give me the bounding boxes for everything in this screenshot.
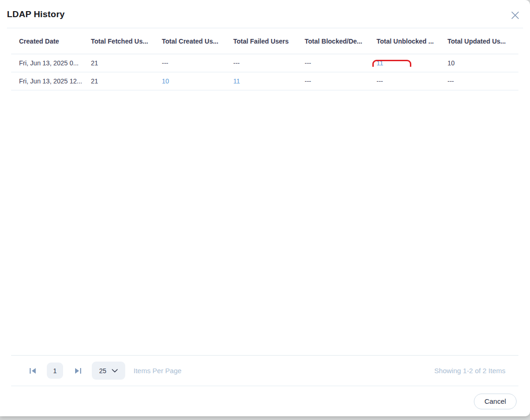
modal-header: LDAP History <box>0 0 530 28</box>
last-page-icon <box>75 368 82 374</box>
table-header-row: Created Date Total Fetched Us... Total C… <box>11 28 518 54</box>
cell-created-date: Fri, Jun 13, 2025 12... <box>11 77 83 85</box>
cell-total-updated: --- <box>440 77 518 85</box>
cell-total-fetched: 21 <box>83 77 154 85</box>
pagination-bar: 1 25 Items Per Page Showing 1-2 of 2 Ite… <box>11 355 518 386</box>
table-empty-area <box>0 90 530 355</box>
first-page-icon <box>29 368 36 374</box>
cell-total-unblocked: 11 <box>369 59 440 67</box>
last-page-button[interactable] <box>74 367 82 375</box>
failed-count-link[interactable]: 11 <box>233 77 240 85</box>
table-row: Fri, Jun 13, 2025 12... 21 10 11 --- ---… <box>11 72 518 90</box>
ldap-history-table: Created Date Total Fetched Us... Total C… <box>11 28 518 90</box>
close-button[interactable] <box>510 10 520 20</box>
column-header-total-blocked: Total Blocked/De... <box>297 38 369 45</box>
items-per-page-label: Items Per Page <box>134 367 181 375</box>
showing-items-summary: Showing 1-2 of 2 Items <box>434 367 505 375</box>
cell-total-blocked: --- <box>297 77 369 85</box>
table-row: Fri, Jun 13, 2025 0... 21 --- --- --- 11… <box>11 54 518 72</box>
cell-total-fetched: 21 <box>83 59 154 67</box>
cell-total-failed: --- <box>225 59 297 67</box>
close-icon <box>511 11 519 19</box>
modal-footer: Cancel <box>11 386 518 416</box>
chevron-down-icon <box>112 369 118 373</box>
created-count-link[interactable]: 10 <box>162 77 169 85</box>
ldap-history-modal: LDAP History Created Date Total Fetched … <box>0 0 530 416</box>
cell-total-created: --- <box>154 59 225 67</box>
unblocked-count-link[interactable]: 11 <box>377 59 383 67</box>
first-page-button[interactable] <box>29 367 36 375</box>
column-header-total-failed: Total Failed Users <box>225 38 297 45</box>
page-number-button[interactable]: 1 <box>47 363 63 379</box>
cell-total-updated: 10 <box>440 59 518 67</box>
cell-total-failed: 11 <box>225 77 297 85</box>
cancel-button[interactable]: Cancel <box>474 394 517 409</box>
cell-total-unblocked: --- <box>369 77 440 85</box>
column-header-total-updated: Total Updated Us... <box>440 38 518 45</box>
cell-total-blocked: --- <box>297 59 369 67</box>
column-header-total-unblocked: Total Unblocked ... <box>369 38 440 45</box>
column-header-created-date: Created Date <box>11 38 83 45</box>
cell-created-date: Fri, Jun 13, 2025 0... <box>11 59 83 67</box>
items-per-page-select[interactable]: 25 <box>92 362 125 380</box>
column-header-total-created: Total Created Us... <box>154 38 225 45</box>
page-title: LDAP History <box>7 9 65 19</box>
cell-total-created: 10 <box>154 77 225 85</box>
column-header-total-fetched: Total Fetched Us... <box>83 38 154 45</box>
items-per-page-value: 25 <box>99 367 107 375</box>
